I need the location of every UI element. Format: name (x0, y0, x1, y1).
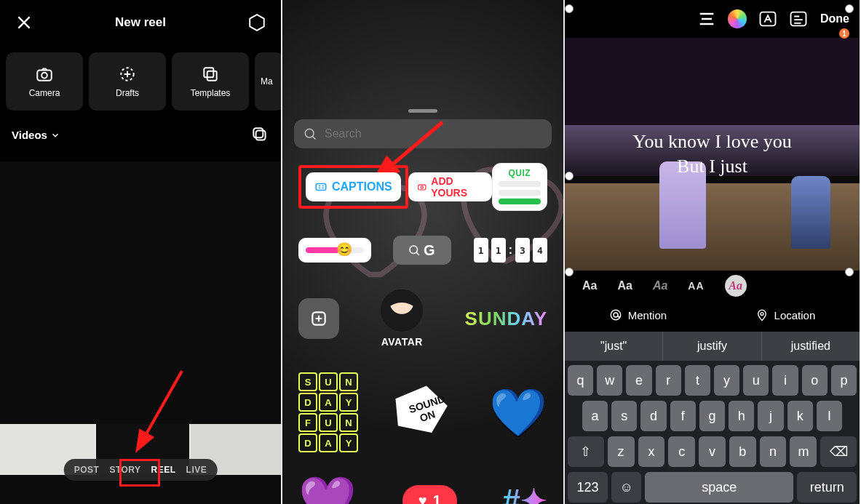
key[interactable]: p (831, 365, 857, 396)
svg-point-9 (305, 129, 314, 137)
sticker-sound-on[interactable]: SOUNDON (387, 379, 460, 446)
selection-handle[interactable] (845, 4, 854, 13)
key[interactable]: t (685, 365, 710, 396)
key-space[interactable]: space (645, 472, 793, 503)
key[interactable]: i (772, 365, 798, 396)
key[interactable]: a (582, 401, 608, 431)
tile-templates[interactable]: Templates (172, 52, 249, 111)
sticker-sunday-text[interactable]: SUNDAY (465, 308, 547, 330)
key[interactable]: y (714, 365, 739, 396)
mention-button[interactable]: Mention (609, 308, 667, 321)
key[interactable]: v (699, 436, 726, 467)
selection-handle[interactable] (565, 4, 574, 13)
svg-rect-5 (207, 71, 217, 81)
svg-rect-12 (418, 185, 425, 190)
mode-reel[interactable]: REEL (151, 465, 176, 475)
selection-handle[interactable] (845, 268, 854, 276)
camera-mode-selector[interactable]: POST STORY REEL LIVE (64, 459, 218, 481)
text-effect-icon[interactable] (758, 9, 778, 29)
funday-letter: D (298, 393, 317, 412)
tile-drafts[interactable]: Drafts (89, 52, 166, 111)
sticker-avatar[interactable]: AVATAR (381, 289, 423, 348)
font-option[interactable]: AA (688, 280, 704, 292)
key[interactable]: q (568, 365, 593, 396)
sticker-search-input[interactable] (325, 127, 543, 140)
sticker-likes[interactable]: ♥ 1 (402, 485, 457, 505)
color-picker-icon[interactable] (727, 9, 747, 29)
sticker-likes-count: 1 (433, 492, 441, 505)
key-123[interactable]: 123 (568, 472, 608, 503)
tile-camera[interactable]: Camera (6, 52, 83, 111)
suggestion[interactable]: justify (663, 332, 761, 361)
library-dropdown[interactable]: Videos (12, 129, 60, 141)
suggestion[interactable]: "just" (565, 332, 663, 361)
key[interactable]: h (729, 401, 754, 431)
key-shift[interactable]: ⇧ (568, 436, 604, 467)
key[interactable]: o (802, 365, 828, 396)
svg-point-13 (421, 186, 423, 188)
sticker-quiz[interactable]: QUIZ (492, 163, 547, 211)
mode-post[interactable]: POST (74, 465, 100, 475)
key[interactable]: b (729, 436, 756, 467)
caption-overlay-text[interactable]: You know I love you But I just (565, 129, 860, 179)
key[interactable]: n (760, 436, 787, 467)
sticker-heart-cyan[interactable]: 💙 (489, 389, 547, 436)
selection-handle[interactable] (565, 172, 574, 180)
sticker-add-yours[interactable]: ADD YOURS (408, 172, 492, 201)
sticker-sunday-funday[interactable]: S U N D A Y F U N D A Y (298, 372, 358, 452)
sticker-search[interactable] (294, 119, 552, 148)
sticker-add-image[interactable] (298, 298, 339, 339)
mention-label: Mention (628, 309, 667, 321)
key-return[interactable]: return (797, 472, 857, 503)
key[interactable]: l (817, 401, 842, 431)
sticker-gif-label: G (424, 242, 437, 259)
sticker-hashtag[interactable]: #✦ (503, 482, 547, 505)
key[interactable]: z (608, 436, 635, 467)
key-backspace[interactable]: ⌫ (820, 436, 857, 467)
font-style-row: Aa Aa Aa AA Aa (565, 275, 860, 297)
sticker-gif-search[interactable]: G (393, 236, 451, 265)
location-button[interactable]: Location (755, 308, 816, 321)
suggestion[interactable]: justified (762, 332, 860, 361)
settings-icon[interactable] (247, 13, 266, 32)
multi-select-icon[interactable] (250, 125, 269, 144)
svg-rect-1 (37, 71, 52, 81)
mode-live[interactable]: LIVE (186, 465, 207, 475)
sticker-time[interactable]: 1 1 : 3 4 (474, 238, 547, 263)
key[interactable]: k (787, 401, 813, 431)
tile-more-clipped[interactable]: Ma (255, 52, 281, 111)
key[interactable]: u (743, 365, 769, 396)
font-option[interactable]: Aa (653, 279, 667, 292)
key[interactable]: d (640, 401, 666, 431)
done-button[interactable]: Done 1 (820, 12, 849, 25)
key[interactable]: x (638, 436, 665, 467)
tile-drafts-label: Drafts (116, 88, 139, 98)
key[interactable]: e (626, 365, 651, 396)
key[interactable]: g (699, 401, 725, 431)
font-option[interactable]: Aa (617, 279, 632, 292)
sticker-emoji-slider[interactable] (298, 238, 371, 263)
key[interactable]: w (597, 365, 622, 396)
font-option-selected[interactable]: Aa (725, 275, 747, 297)
font-option[interactable]: Aa (582, 279, 597, 292)
close-icon[interactable] (15, 13, 33, 32)
selection-handle[interactable] (565, 268, 574, 276)
key[interactable]: m (790, 436, 817, 467)
key[interactable]: c (668, 436, 695, 467)
funday-letter: U (319, 372, 338, 391)
key[interactable]: s (611, 401, 637, 431)
text-animation-icon[interactable] (788, 9, 809, 29)
key[interactable]: f (670, 401, 696, 431)
key-emoji[interactable]: ☺ (611, 472, 641, 503)
search-icon (408, 244, 421, 257)
sheet-grabber[interactable] (408, 109, 437, 113)
sticker-heart-purple[interactable]: 💜 (298, 477, 357, 504)
mode-story[interactable]: STORY (109, 465, 140, 475)
caption-line: But I just (565, 154, 860, 179)
align-icon[interactable] (697, 9, 717, 29)
svg-rect-11 (316, 184, 326, 191)
key[interactable]: j (758, 401, 783, 431)
sticker-add-yours-label: ADD YOURS (431, 175, 483, 199)
key[interactable]: r (656, 365, 681, 396)
sticker-captions[interactable]: CAPTIONS (306, 172, 401, 201)
